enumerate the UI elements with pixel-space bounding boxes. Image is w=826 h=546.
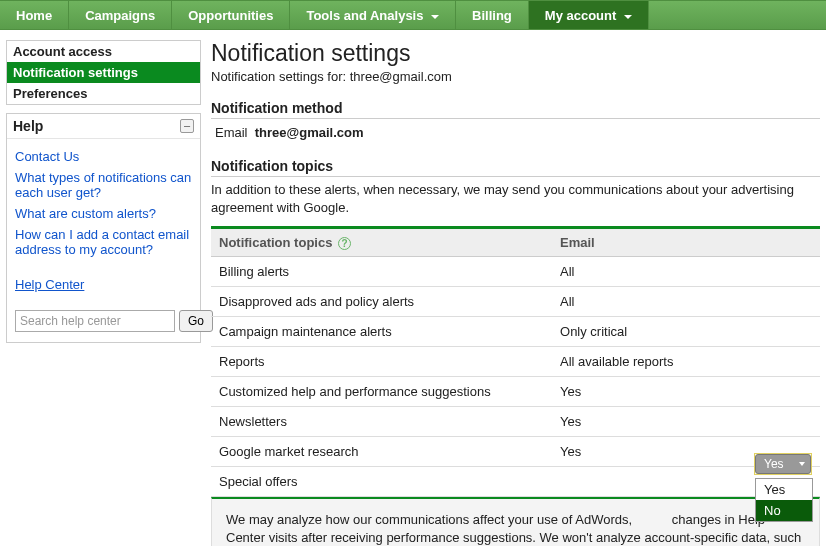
nav-account-label: My account — [545, 8, 617, 23]
chevron-down-icon — [624, 15, 632, 19]
nav-opportunities[interactable]: Opportunities — [172, 1, 290, 29]
sidebar-item-preferences[interactable]: Preferences — [7, 83, 200, 104]
dropdown-option-no[interactable]: No — [756, 500, 812, 521]
top-nav: Home Campaigns Opportunities Tools and A… — [0, 0, 826, 30]
nav-tools[interactable]: Tools and Analysis — [290, 1, 456, 29]
help-link-add-email[interactable]: How can I add a contact email address to… — [15, 227, 192, 257]
table-row: Billing alerts All — [211, 257, 820, 287]
sidebar-item-notification-settings[interactable]: Notification settings — [7, 62, 200, 83]
chevron-down-icon — [431, 15, 439, 19]
help-search-input[interactable] — [15, 310, 175, 332]
col-header-topics: Notification topics ? — [211, 228, 552, 257]
sidebar-nav: Account access Notification settings Pre… — [6, 40, 201, 105]
help-panel: Help – Contact Us What types of notifica… — [6, 113, 201, 343]
notification-topics-table: Notification topics ? Email Billing aler… — [211, 226, 820, 497]
topics-description: In addition to these alerts, when necess… — [211, 181, 820, 216]
table-row-special-offers: Special offers Yes Yes No — [211, 467, 820, 497]
nav-my-account[interactable]: My account — [529, 1, 649, 29]
help-icon[interactable]: ? — [338, 237, 351, 250]
topics-heading: Notification topics — [211, 158, 820, 174]
nav-campaigns[interactable]: Campaigns — [69, 1, 172, 29]
dropdown-option-yes[interactable]: Yes — [756, 479, 812, 500]
nav-tools-label: Tools and Analysis — [306, 8, 423, 23]
footer-disclaimer: We may analyze how our communications af… — [211, 497, 820, 546]
page-title: Notification settings — [211, 40, 820, 67]
sidebar-item-account-access[interactable]: Account access — [7, 41, 200, 62]
nav-home[interactable]: Home — [0, 1, 69, 29]
table-row: Customized help and performance suggesti… — [211, 377, 820, 407]
help-link-custom-alerts[interactable]: What are custom alerts? — [15, 206, 192, 221]
table-row: Google market research Yes — [211, 437, 820, 467]
notification-method: Email three@gmail.com — [211, 123, 820, 158]
help-title: Help — [13, 118, 43, 134]
help-link-types[interactable]: What types of notifications can each use… — [15, 170, 192, 200]
special-offers-dropdown-button[interactable]: Yes — [755, 454, 811, 474]
help-link-contact[interactable]: Contact Us — [15, 149, 192, 164]
table-row: Reports All available reports — [211, 347, 820, 377]
special-offers-dropdown-menu: Yes No — [755, 478, 813, 522]
help-link-help-center[interactable]: Help Center — [15, 267, 192, 292]
special-offers-dropdown: Yes Yes No — [754, 453, 812, 475]
page-subtitle: Notification settings for: three@gmail.c… — [211, 69, 820, 84]
table-row: Campaign maintenance alerts Only critica… — [211, 317, 820, 347]
help-search-go-button[interactable]: Go — [179, 310, 213, 332]
method-heading: Notification method — [211, 100, 820, 116]
table-row: Newsletters Yes — [211, 407, 820, 437]
collapse-button[interactable]: – — [180, 119, 194, 133]
table-row: Disapproved ads and policy alerts All — [211, 287, 820, 317]
col-header-email: Email — [552, 228, 820, 257]
nav-billing[interactable]: Billing — [456, 1, 529, 29]
